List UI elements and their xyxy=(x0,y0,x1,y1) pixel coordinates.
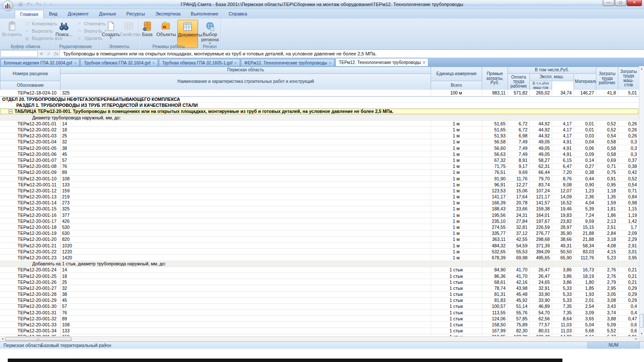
rate-value[interactable]: 4,04 xyxy=(574,200,596,206)
rate-name[interactable]: 159 xyxy=(60,188,431,194)
rate-unit[interactable]: 1 м xyxy=(431,139,482,145)
rate-value[interactable]: 8,64 xyxy=(552,316,574,322)
rate-value[interactable]: 9,08 xyxy=(552,182,574,188)
rate-value[interactable]: 0,71 xyxy=(618,188,639,194)
rate-unit[interactable]: 1 стык xyxy=(431,310,482,316)
rate-value[interactable]: 678,39 xyxy=(482,255,507,261)
rate-value[interactable]: 42,16 xyxy=(507,279,529,285)
base-mode-button[interactable]: База xyxy=(140,20,155,37)
collapse-icon[interactable] xyxy=(9,110,12,113)
rate-value[interactable]: 0,3 xyxy=(618,145,639,151)
rate-value[interactable]: 76,51 xyxy=(482,169,507,175)
rate-code[interactable]: ТЕРм12-20-001-18 xyxy=(0,224,60,230)
rate-value[interactable]: 58,34 xyxy=(574,243,596,249)
rate-value[interactable]: 5,23 xyxy=(596,255,618,261)
rate-value[interactable]: 298,68 xyxy=(529,236,552,242)
rate-value[interactable]: 3,88 xyxy=(596,316,618,322)
rate-value[interactable]: 4,17 xyxy=(552,133,574,139)
rate-value[interactable]: 0,29 xyxy=(618,291,639,297)
rate-unit[interactable]: 1 м xyxy=(431,243,482,249)
rate-value[interactable]: 3,18 xyxy=(596,236,618,242)
rate-value[interactable]: 3,43 xyxy=(596,303,618,309)
rate-value[interactable]: 24,31 xyxy=(507,212,529,218)
rate-unit[interactable]: 1 стык xyxy=(431,297,482,303)
rate-value[interactable]: 49,31 xyxy=(552,243,574,249)
rate-value[interactable]: 8,76 xyxy=(552,175,574,181)
rate-value[interactable]: 28,97 xyxy=(552,224,574,230)
rate-value[interactable]: 77,57 xyxy=(529,322,552,328)
vertical-scrollbar-thumb[interactable] xyxy=(640,314,644,328)
rate-value[interactable]: 9,17 xyxy=(507,163,529,169)
rate-name[interactable]: 57 xyxy=(60,157,431,163)
rate-value[interactable]: 0,90 xyxy=(574,182,596,188)
rate-unit[interactable]: 100 м xyxy=(431,90,482,96)
search-button[interactable]: Поиск... xyxy=(54,20,74,37)
rate-code[interactable]: ТЕРм12-20-001-23 xyxy=(0,255,60,261)
rate-name[interactable]: 133 xyxy=(60,182,431,188)
rate-value[interactable]: 5,68 xyxy=(574,328,596,334)
rate-name[interactable]: 273 xyxy=(60,200,431,206)
rate-value[interactable]: 81,83 xyxy=(482,297,507,303)
rate-value[interactable]: 37,12 xyxy=(507,230,529,236)
rate-value[interactable]: 2,54 xyxy=(574,303,596,309)
rate-code[interactable]: ТЕРм12-18-024-10 xyxy=(0,90,60,96)
rate-unit[interactable]: 1 м xyxy=(431,236,482,242)
rate-value[interactable]: 34,74 xyxy=(552,90,574,96)
rate-value[interactable]: 3,86 xyxy=(552,273,574,279)
rate-code[interactable]: ТЕРм12-20-001-30 xyxy=(0,303,60,309)
rate-name[interactable]: 38 xyxy=(60,145,431,151)
rate-value[interactable]: 2,01 xyxy=(574,297,596,303)
rate-value[interactable]: 46,89 xyxy=(529,303,552,309)
rate-unit[interactable]: 1 м xyxy=(431,230,482,236)
rate-value[interactable]: 394,09 xyxy=(529,249,552,255)
rate-value[interactable]: 188,43 xyxy=(482,206,507,212)
rate-value[interactable]: 62,31 xyxy=(529,163,552,169)
rate-value[interactable]: 96,91 xyxy=(482,182,507,188)
rate-value[interactable]: 5,33 xyxy=(552,285,574,291)
qat-save-button[interactable]: ▤ xyxy=(16,1,25,8)
rate-value[interactable]: 0,91 xyxy=(596,175,618,181)
rate-value[interactable]: 0,37 xyxy=(618,157,639,163)
rate-value[interactable]: 167,99 xyxy=(482,328,507,334)
rate-value[interactable]: 2,09 xyxy=(618,230,639,236)
scroll-up-icon[interactable]: ▲ xyxy=(639,66,644,71)
rate-value[interactable]: 33,90 xyxy=(529,297,552,303)
rate-value[interactable]: 65,90 xyxy=(552,255,574,261)
rate-name[interactable]: 1220 xyxy=(60,249,431,255)
rate-value[interactable]: 32,91 xyxy=(529,285,552,291)
application-menu-button[interactable] xyxy=(3,0,13,11)
rate-value[interactable]: 0,29 xyxy=(618,285,639,291)
rate-unit[interactable]: 1 м xyxy=(431,121,482,127)
rate-name[interactable]: 219 xyxy=(60,194,431,200)
region-select-button[interactable]: Выбор региона ▼ xyxy=(200,20,220,45)
rate-value[interactable]: 1,42 xyxy=(618,218,639,224)
cell-reference-input[interactable] xyxy=(0,50,38,57)
rate-code[interactable]: ТЕРм12-20-001-15 xyxy=(0,206,60,212)
rate-value[interactable]: 3,08 xyxy=(596,297,618,303)
rate-value[interactable]: 2,76 xyxy=(596,267,618,273)
rate-value[interactable]: 7,35 xyxy=(552,303,574,309)
rate-value[interactable]: 51,65 xyxy=(482,127,507,133)
rate-name[interactable]: 14 xyxy=(60,267,431,273)
tab-close-icon[interactable]: x xyxy=(74,60,76,66)
rate-value[interactable]: 164,01 xyxy=(529,212,552,218)
rate-unit[interactable]: 1 м xyxy=(431,212,482,218)
rate-value[interactable]: 35,90 xyxy=(552,230,574,236)
rate-value[interactable]: 983,11 xyxy=(482,90,507,96)
rate-code[interactable]: ТЕРм12-20-001-19 xyxy=(0,230,60,236)
rate-name[interactable]: 25 xyxy=(60,279,431,285)
document-tab-2[interactable]: Трубная обвязка ГПА 32.1604.gsfx xyxy=(80,59,158,66)
rate-value[interactable]: 2,91 xyxy=(618,243,639,249)
rate-unit[interactable]: 1 стык xyxy=(431,316,482,322)
rate-value[interactable]: 0,26 xyxy=(618,121,639,127)
rate-unit[interactable]: 1 м xyxy=(431,163,482,169)
rate-value[interactable]: 3,86 xyxy=(552,267,574,273)
cut-button[interactable]: ✂Вырезать xyxy=(24,27,53,35)
rate-value[interactable]: 3,86 xyxy=(552,279,574,285)
rate-name[interactable]: 377 xyxy=(60,212,431,218)
rate-value[interactable]: 0,09 xyxy=(574,151,596,157)
rate-value[interactable]: 83,03 xyxy=(574,249,596,255)
rate-value[interactable]: 33,90 xyxy=(529,291,552,297)
ribbon-tab-3[interactable]: Документ xyxy=(63,10,94,18)
rate-value[interactable]: 44,92 xyxy=(529,133,552,139)
